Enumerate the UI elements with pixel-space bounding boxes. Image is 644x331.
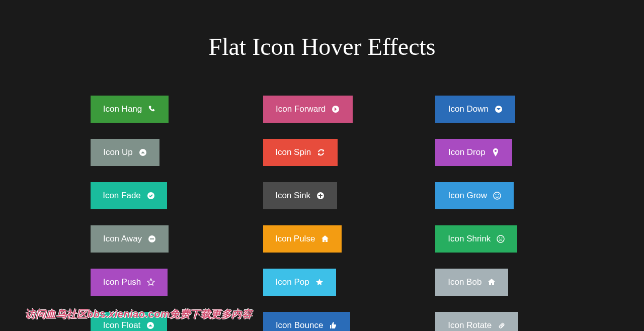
- icon-hang-button[interactable]: Icon Hang: [91, 96, 169, 123]
- home-icon: [321, 235, 329, 243]
- button-label: Icon Bounce: [276, 320, 324, 330]
- phone-icon: [148, 105, 156, 113]
- star-icon: [147, 278, 155, 286]
- clip-icon: [498, 321, 506, 329]
- button-label: Icon Grow: [448, 191, 487, 201]
- button-label: Icon Forward: [276, 104, 326, 114]
- icon-pulse-button[interactable]: Icon Pulse: [263, 225, 342, 253]
- arrow-up-icon: [146, 321, 154, 329]
- thumbs-up-icon: [329, 321, 337, 329]
- check-icon: [147, 192, 155, 200]
- minus-icon: [148, 235, 156, 243]
- arrow-up-icon: [139, 148, 147, 156]
- icon-away-button[interactable]: Icon Away: [91, 225, 169, 253]
- icon-forward-button[interactable]: Icon Forward: [263, 96, 353, 123]
- home-icon: [488, 278, 496, 286]
- icon-drop-button[interactable]: Icon Drop: [435, 139, 512, 166]
- button-label: Icon Pop: [276, 277, 309, 287]
- button-grid: Icon HangIcon ForwardIcon DownIcon UpIco…: [80, 96, 564, 331]
- refresh-icon: [317, 148, 325, 156]
- button-label: Icon Up: [103, 147, 133, 157]
- button-label: Icon Sink: [275, 191, 310, 201]
- icon-up-button[interactable]: Icon Up: [91, 139, 159, 166]
- icon-grow-button[interactable]: Icon Grow: [435, 182, 514, 209]
- icon-bob-button[interactable]: Icon Bob: [435, 269, 508, 296]
- icon-shrink-button[interactable]: Icon Shrink: [435, 225, 517, 253]
- button-label: Icon Drop: [448, 147, 486, 157]
- icon-rotate-button[interactable]: Icon Rotate: [435, 312, 518, 331]
- icon-bounce-button[interactable]: Icon Bounce: [263, 312, 350, 331]
- button-label: Icon Bob: [448, 277, 481, 287]
- button-label: Icon Pulse: [275, 234, 315, 244]
- icon-fade-button[interactable]: Icon Fade: [91, 182, 167, 209]
- page-title: Flat Icon Hover Effects: [80, 33, 564, 60]
- icon-pop-button[interactable]: Icon Pop: [263, 269, 336, 296]
- button-label: Icon Float: [103, 320, 141, 330]
- button-label: Icon Rotate: [448, 320, 492, 330]
- icon-push-button[interactable]: Icon Push: [91, 269, 168, 296]
- button-label: Icon Push: [103, 277, 141, 287]
- button-label: Icon Down: [448, 104, 489, 114]
- button-label: Icon Away: [103, 234, 142, 244]
- button-label: Icon Shrink: [448, 234, 491, 244]
- star-fill-icon: [315, 278, 324, 286]
- button-label: Icon Fade: [103, 191, 141, 201]
- smile-icon: [493, 192, 501, 200]
- icon-down-button[interactable]: Icon Down: [435, 96, 515, 123]
- pin-icon: [492, 148, 500, 156]
- frown-icon: [497, 235, 505, 243]
- watermark-text: 访问血鸟社区bbs.xieniao.com免费下载更多内容: [25, 307, 252, 321]
- icon-spin-button[interactable]: Icon Spin: [263, 139, 338, 166]
- arrow-down-icon: [495, 105, 503, 113]
- button-label: Icon Spin: [275, 147, 311, 157]
- icon-sink-button[interactable]: Icon Sink: [263, 182, 337, 209]
- arrow-right-icon: [332, 105, 340, 113]
- plus-icon: [316, 192, 325, 200]
- button-label: Icon Hang: [103, 104, 142, 114]
